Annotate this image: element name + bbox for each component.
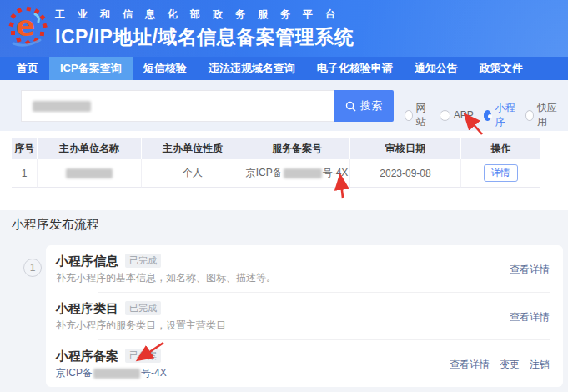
svg-text:e: e (16, 9, 35, 43)
col-index: 序号 (12, 138, 38, 159)
step1-title: 小程序信息 (56, 254, 118, 268)
nav-tab-sms-verify[interactable]: 短信核验 (133, 57, 198, 80)
step2-title: 小程序类目 (56, 301, 118, 315)
redacted-query-text (33, 101, 91, 112)
radio-miniprogram[interactable]: 小程序 (484, 101, 516, 129)
radio-website-label: 网站 (416, 101, 430, 129)
license-suffix: 号-4X (323, 166, 349, 180)
radio-miniprogram-label: 小程序 (495, 101, 515, 129)
search-icon (345, 101, 356, 112)
step3-license: 京ICP备号-4X (56, 367, 167, 379)
nav-tab-policy-docs[interactable]: 政策文件 (469, 57, 534, 80)
system-title: ICP/IP地址/域名信息备案管理系统 (55, 24, 354, 50)
step1-desc: 补充小程序的基本信息，如名称、图标、描述等。 (56, 272, 276, 284)
platform-title: 工业和信息化部政务服务平台 (55, 8, 354, 22)
col-license: 服务备案号 (244, 138, 350, 159)
nav-tab-notices[interactable]: 通知公告 (404, 57, 469, 80)
cell-index: 1 (12, 159, 38, 188)
nav-tab-icp-query[interactable]: ICP备案查询 (49, 57, 133, 80)
cell-license: 京ICP备号-4X (244, 159, 350, 188)
step-number-badge: 1 (23, 259, 42, 277)
col-action: 操作 (461, 138, 540, 159)
nav-tab-home[interactable]: 首页 (6, 57, 49, 80)
step2-desc: 补充小程序的服务类目，设置主营类目 (56, 319, 226, 331)
cell-org-name (38, 159, 142, 188)
redacted-license-number (284, 168, 322, 178)
cell-action: 详情 (461, 159, 540, 188)
search-section: 搜索 网站 APP 小程序 快应用 (0, 80, 568, 131)
header: e 工业和信息化部政务服务平台 ICP/IP地址/域名信息备案管理系统 (0, 0, 568, 57)
license-prefix: 京ICP备 (246, 166, 283, 180)
cell-review-date: 2023-09-08 (350, 159, 461, 188)
step3-title: 小程序备案 (56, 349, 118, 363)
radio-selected-icon (484, 110, 492, 121)
results-section: 序号 主办单位名称 主办单位性质 服务备案号 审核日期 操作 1 个人 京ICP… (0, 131, 568, 210)
step3-license-suffix: 号-4X (141, 367, 167, 379)
step3-change-link[interactable]: 变更 (500, 358, 520, 379)
step3-cancel-link[interactable]: 注销 (530, 358, 550, 379)
search-button[interactable]: 搜索 (334, 90, 394, 122)
detail-button[interactable]: 详情 (484, 164, 518, 182)
redacted-org-name (66, 168, 113, 178)
step2-status-badge: 已完成 (125, 301, 161, 315)
step-miniprogram-category: 小程序类目 已完成 补充小程序的服务类目，设置主营类目 查看详情 (56, 293, 550, 339)
table-header-row: 序号 主办单位名称 主办单位性质 服务备案号 审核日期 操作 (12, 138, 540, 159)
step3-license-prefix: 京ICP备 (56, 367, 93, 379)
step1-view-detail-link[interactable]: 查看详情 (510, 263, 550, 284)
type-radio-group: 网站 APP 小程序 快应用 (405, 101, 568, 129)
icp-beian-page: e 工业和信息化部政务服务平台 ICP/IP地址/域名信息备案管理系统 首页 I… (0, 0, 568, 392)
step-gutter: 1 (12, 245, 46, 387)
results-table: 序号 主办单位名称 主办单位性质 服务备案号 审核日期 操作 1 个人 京ICP… (12, 138, 540, 188)
radio-circle-icon (405, 110, 413, 121)
step3-view-detail-link[interactable]: 查看详情 (450, 358, 490, 379)
table-row: 1 个人 京ICP备号-4X 2023-09-08 详情 (12, 159, 540, 188)
radio-quickapp-label: 快应用 (537, 101, 558, 129)
step2-view-detail-link[interactable]: 查看详情 (510, 310, 550, 331)
search-input[interactable] (21, 90, 334, 122)
step-miniprogram-info: 小程序信息 已完成 补充小程序的基本信息，如名称、图标、描述等。 查看详情 (56, 245, 550, 292)
redacted-step-license-number (93, 369, 140, 379)
main-nav: 首页 ICP备案查询 短信核验 违法违规域名查询 电子化核验申请 通知公告 政策… (0, 57, 568, 80)
col-org-type: 主办单位性质 (142, 138, 244, 159)
col-org-name: 主办单位名称 (38, 138, 142, 159)
radio-website[interactable]: 网站 (405, 101, 430, 129)
step3-status-badge: 已备案 (125, 349, 161, 363)
col-review-date: 审核日期 (350, 138, 461, 159)
step1-status-badge: 已完成 (125, 254, 161, 268)
process-section: 小程序发布流程 1 小程序信息 已完成 补充小程序的基本信息，如名称、图标、描述… (0, 210, 568, 387)
miit-gear-e-logo: e (7, 5, 50, 52)
radio-circle-icon (440, 110, 450, 121)
search-button-label: 搜索 (360, 98, 382, 113)
radio-app[interactable]: APP (440, 109, 474, 121)
radio-circle-icon (525, 110, 534, 121)
radio-quickapp[interactable]: 快应用 (525, 101, 558, 129)
process-card: 小程序信息 已完成 补充小程序的基本信息，如名称、图标、描述等。 查看详情 小程… (46, 245, 563, 387)
cell-org-type: 个人 (142, 159, 244, 188)
radio-app-label: APP (454, 109, 474, 121)
process-title: 小程序发布流程 (12, 217, 568, 234)
step-miniprogram-beian: 小程序备案 已备案 京ICP备号-4X 查看详情 变更 注销 (56, 340, 550, 387)
nav-tab-e-verify-apply[interactable]: 电子化核验申请 (306, 57, 404, 80)
nav-tab-illegal-domain-query[interactable]: 违法违规域名查询 (198, 57, 306, 80)
